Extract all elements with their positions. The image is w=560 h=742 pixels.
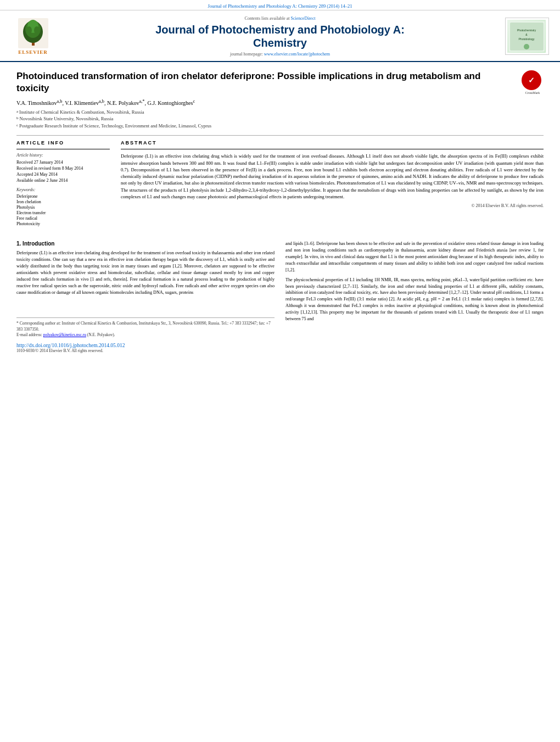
svg-point-12 bbox=[524, 44, 529, 49]
journal-citation: Journal of Photochemistry and Photobiolo… bbox=[208, 3, 352, 9]
corresponding-author-note: * Corresponding author at: Institute of … bbox=[16, 321, 275, 332]
article-info-divider bbox=[16, 149, 110, 149]
svg-text:Photobiology: Photobiology bbox=[518, 37, 534, 41]
sup-b: a,b bbox=[99, 99, 104, 104]
right-column-text: and lipids [3–6]. Deferiprone has been s… bbox=[285, 241, 544, 322]
journal-logo-right: Photochemistry & Photobiology bbox=[505, 18, 549, 55]
crossmark-icon: ✓ bbox=[522, 70, 541, 90]
keyword-3: Photolysis bbox=[16, 205, 110, 210]
revised-date: Received in revised form 8 May 2014 bbox=[16, 166, 110, 171]
body-content: 1. Introduction Deferiprone (L1) is an e… bbox=[0, 232, 560, 359]
main-content: Photoinduced transformation of iron chel… bbox=[0, 62, 560, 232]
affiliation-a: a Institute of Chemical Kinetics & Combu… bbox=[16, 109, 544, 116]
svg-point-5 bbox=[26, 26, 32, 34]
sup-d: c bbox=[193, 99, 195, 104]
email-name: (N.E. Polyakov). bbox=[87, 332, 115, 337]
header-center: Contents lists available at ScienceDirec… bbox=[60, 16, 500, 57]
crossmark-label: CrossMark bbox=[522, 91, 544, 94]
email-footnote: E-mail address: polyakov@kinetics.nsc.ru… bbox=[16, 332, 275, 338]
journal-cover-image: Photochemistry & Photobiology bbox=[507, 20, 546, 53]
affiliation-c: c Postgraduate Research Institute of Sci… bbox=[16, 123, 544, 130]
svg-point-6 bbox=[34, 26, 40, 34]
keyword-4: Electron transfer bbox=[16, 210, 110, 215]
introduction-heading: 1. Introduction bbox=[16, 241, 275, 247]
svg-text:Photochemistry: Photochemistry bbox=[517, 29, 536, 32]
body-left-column: 1. Introduction Deferiprone (L1) is an e… bbox=[16, 241, 275, 354]
abstract-column: ABSTRACT Deferiprone (L1) is an effectiv… bbox=[121, 140, 544, 227]
keyword-1: Deferiprone bbox=[16, 194, 110, 199]
affiliation-b: b Novosibirsk State University, Novosibi… bbox=[16, 116, 544, 122]
issn-line: 1010-6030/© 2014 Elsevier B.V. All right… bbox=[16, 348, 275, 354]
journal-title: Journal of Photochemistry and Photobiolo… bbox=[60, 23, 500, 49]
keyword-6: Phototoxicity bbox=[16, 221, 110, 226]
info-abstract-columns: ARTICLE INFO Article history: Received 2… bbox=[16, 140, 544, 227]
sciencedirect-link[interactable]: ScienceDirect bbox=[291, 16, 316, 21]
authors-line: V.A. Timoshnikova,b, V.I. Klimentieva,b,… bbox=[16, 99, 544, 106]
article-title: Photoinduced transformation of iron chel… bbox=[16, 70, 513, 94]
email-label: E-mail address: bbox=[16, 332, 42, 337]
doi-section: http://dx.doi.org/10.1016/j.jphotochem.2… bbox=[16, 343, 275, 348]
header-section: ELSEVIER Contents lists available at Sci… bbox=[0, 10, 560, 62]
body-right-column: and lipids [3–6]. Deferiprone has been s… bbox=[285, 241, 544, 354]
footnotes-section: * Corresponding author at: Institute of … bbox=[16, 317, 275, 354]
history-label: Article history: bbox=[16, 153, 110, 158]
introduction-text: Deferiprone (L1) is an effective iron-ch… bbox=[16, 250, 275, 295]
online-date: Available online 2 June 2014 bbox=[16, 178, 110, 183]
keyword-5: Free radical bbox=[16, 216, 110, 221]
keywords-section: Keywords: Deferiprone Iron chelation Pho… bbox=[16, 187, 110, 226]
keywords-label: Keywords: bbox=[16, 187, 110, 192]
received-date: Received 27 January 2014 bbox=[16, 160, 110, 165]
journal-homepage: journal homepage: www.elsevier.com/locat… bbox=[60, 52, 500, 57]
crossmark-logo: ✓ CrossMark bbox=[522, 70, 544, 94]
keyword-2: Iron chelation bbox=[16, 199, 110, 204]
sciencedirect-label: Contents lists available at ScienceDirec… bbox=[60, 16, 500, 21]
article-info-heading: ARTICLE INFO bbox=[16, 140, 110, 146]
abstract-text: Deferiprone (L1) is an effective iron ch… bbox=[121, 153, 544, 200]
page-wrapper: Journal of Photochemistry and Photobiolo… bbox=[0, 0, 560, 742]
article-title-section: Photoinduced transformation of iron chel… bbox=[16, 70, 544, 94]
doi-link[interactable]: http://dx.doi.org/10.1016/j.jphotochem.2… bbox=[16, 343, 125, 348]
main-divider bbox=[16, 135, 544, 136]
copyright-line: © 2014 Elsevier B.V. All rights reserved… bbox=[121, 203, 544, 208]
abstract-divider bbox=[121, 149, 544, 149]
email-link[interactable]: polyakov@kinetics.nsc.ru bbox=[43, 332, 86, 337]
elsevier-brand-text: ELSEVIER bbox=[11, 49, 55, 55]
journal-top-bar: Journal of Photochemistry and Photobiolo… bbox=[0, 0, 560, 10]
affiliations: a Institute of Chemical Kinetics & Combu… bbox=[16, 109, 544, 130]
abstract-heading: ABSTRACT bbox=[121, 140, 544, 146]
article-info-column: ARTICLE INFO Article history: Received 2… bbox=[16, 140, 110, 227]
homepage-link[interactable]: www.elsevier.com/locate/jphotochem bbox=[264, 52, 330, 57]
sup-a: a,b bbox=[57, 99, 62, 104]
accepted-date: Accepted 24 May 2014 bbox=[16, 172, 110, 177]
elsevier-tree-icon bbox=[18, 18, 48, 48]
elsevier-logo: ELSEVIER bbox=[11, 18, 55, 55]
sup-c: a,* bbox=[139, 99, 145, 104]
